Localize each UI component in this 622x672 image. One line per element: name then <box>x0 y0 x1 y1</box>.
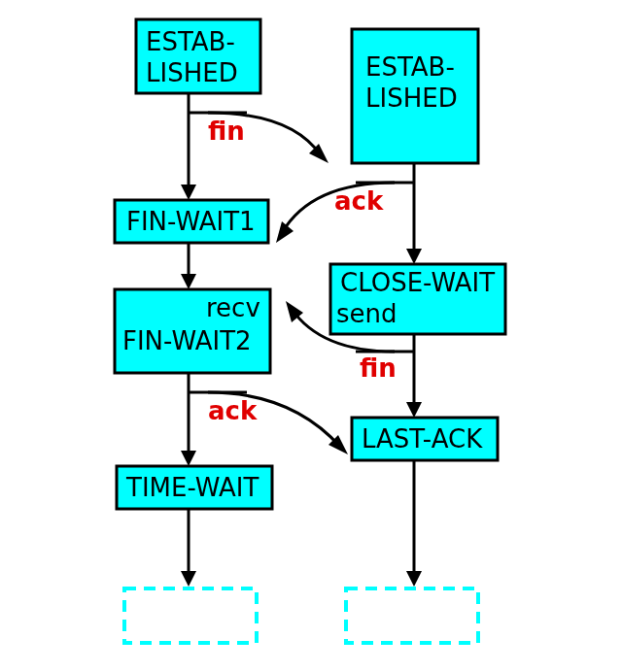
right-established-arrow-down <box>406 163 422 264</box>
tcp-close-diagram: ESTAB- LISHED fin FIN-WAIT1 recv FIN-WAI… <box>0 0 622 672</box>
fin-wait2-arrow-down <box>181 373 196 466</box>
svg-marker-1 <box>181 185 196 200</box>
svg-marker-6 <box>181 451 196 466</box>
last-ack-label: LAST-ACK <box>362 424 483 454</box>
right-established-label-2: LISHED <box>365 84 458 113</box>
svg-marker-9 <box>181 571 196 587</box>
left-fin-label: fin <box>208 117 245 146</box>
close-wait-label: CLOSE-WAIT <box>340 268 495 297</box>
left-end-state <box>124 588 257 643</box>
svg-marker-14 <box>406 402 422 418</box>
last-ack-arrow-down <box>406 460 422 587</box>
fin-wait2-label: FIN-WAIT2 <box>122 326 252 355</box>
right-fin-label: fin <box>360 353 397 383</box>
svg-marker-17 <box>406 571 422 587</box>
right-established-label-1: ESTAB- <box>365 52 455 82</box>
svg-marker-11 <box>406 249 422 264</box>
left-established-arrow-down <box>181 93 196 200</box>
left-established-label-1: ESTAB- <box>146 27 235 56</box>
fin-wait2-recv-label: recv <box>206 293 260 322</box>
svg-marker-4 <box>181 274 196 289</box>
right-end-state <box>346 588 478 643</box>
time-wait-arrow-down <box>181 509 196 587</box>
time-wait-label: TIME-WAIT <box>125 473 259 502</box>
left-established-label-2: LISHED <box>146 58 238 87</box>
fin-wait1-arrow-down <box>181 243 196 289</box>
right-ack-label: ack <box>334 186 384 216</box>
fin-wait1-label: FIN-WAIT1 <box>126 207 256 236</box>
close-wait-send-label: send <box>336 299 397 328</box>
close-wait-arrow-down <box>406 334 422 418</box>
left-ack-label: ack <box>208 396 258 425</box>
svg-marker-12 <box>276 221 294 243</box>
